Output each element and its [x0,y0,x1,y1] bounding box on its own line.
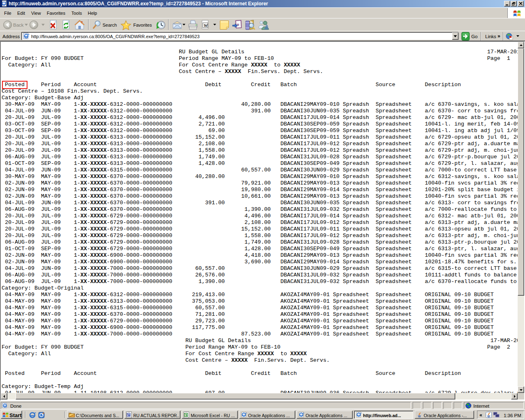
svg-text:W: W [204,23,208,28]
svg-text:X: X [185,413,187,417]
svg-text:W: W [128,413,131,417]
